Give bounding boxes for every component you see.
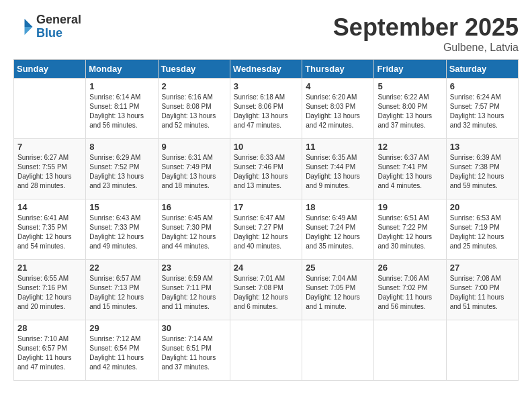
table-row: 17Sunrise: 6:47 AMSunset: 7:27 PMDayligh… (230, 199, 302, 260)
day-number: 18 (306, 202, 370, 212)
day-info: Sunrise: 6:57 AMSunset: 7:13 PMDaylight:… (89, 274, 154, 312)
day-number: 7 (17, 142, 82, 152)
calendar-body: 1Sunrise: 6:14 AMSunset: 8:11 PMDaylight… (14, 79, 519, 381)
table-row: 30Sunrise: 7:14 AMSunset: 6:51 PMDayligh… (158, 320, 230, 381)
day-info: Sunrise: 6:47 AMSunset: 7:27 PMDaylight:… (234, 214, 298, 251)
table-row: 25Sunrise: 7:04 AMSunset: 7:05 PMDayligh… (302, 260, 374, 320)
day-info: Sunrise: 6:22 AMSunset: 8:00 PMDaylight:… (378, 93, 442, 130)
day-number: 9 (162, 142, 226, 152)
logo: General Blue (13, 13, 81, 40)
logo-text: General Blue (36, 13, 81, 40)
day-number: 20 (450, 202, 515, 212)
table-row: 8Sunrise: 6:29 AMSunset: 7:52 PMDaylight… (86, 139, 158, 199)
day-number: 13 (450, 142, 515, 152)
day-number: 26 (378, 263, 442, 273)
day-number: 16 (162, 202, 226, 212)
day-number: 3 (234, 81, 298, 91)
day-info: Sunrise: 6:35 AMSunset: 7:44 PMDaylight:… (306, 153, 370, 191)
day-number: 2 (162, 81, 226, 91)
page-header: General Blue September 2025 Gulbene, Lat… (13, 13, 519, 54)
table-row: 5Sunrise: 6:22 AMSunset: 8:00 PMDaylight… (374, 79, 446, 139)
table-row: 23Sunrise: 6:59 AMSunset: 7:11 PMDayligh… (158, 260, 230, 320)
header-wednesday: Wednesday (230, 60, 302, 79)
day-number: 23 (162, 263, 226, 273)
table-row: 6Sunrise: 6:24 AMSunset: 7:57 PMDaylight… (446, 79, 518, 139)
day-info: Sunrise: 7:12 AMSunset: 6:54 PMDaylight:… (89, 334, 154, 372)
table-row: 22Sunrise: 6:57 AMSunset: 7:13 PMDayligh… (86, 260, 158, 320)
day-number: 11 (306, 142, 370, 152)
header-thursday: Thursday (302, 60, 374, 79)
table-row: 11Sunrise: 6:35 AMSunset: 7:44 PMDayligh… (302, 139, 374, 199)
day-info: Sunrise: 6:24 AMSunset: 7:57 PMDaylight:… (450, 93, 515, 130)
day-number: 25 (306, 263, 370, 273)
day-info: Sunrise: 6:41 AMSunset: 7:35 PMDaylight:… (17, 214, 82, 251)
day-number: 21 (17, 263, 82, 273)
table-row (374, 320, 446, 381)
table-row: 10Sunrise: 6:33 AMSunset: 7:46 PMDayligh… (230, 139, 302, 199)
table-row: 20Sunrise: 6:53 AMSunset: 7:19 PMDayligh… (446, 199, 518, 260)
table-row: 9Sunrise: 6:31 AMSunset: 7:49 PMDaylight… (158, 139, 230, 199)
header-saturday: Saturday (446, 60, 518, 79)
day-info: Sunrise: 7:08 AMSunset: 7:00 PMDaylight:… (450, 274, 515, 312)
svg-marker-0 (25, 19, 33, 27)
day-info: Sunrise: 7:06 AMSunset: 7:02 PMDaylight:… (378, 274, 442, 312)
calendar-header: Sunday Monday Tuesday Wednesday Thursday… (14, 60, 519, 79)
day-info: Sunrise: 6:49 AMSunset: 7:24 PMDaylight:… (306, 214, 370, 251)
title-block: September 2025 Gulbene, Latvia (333, 13, 519, 54)
table-row (14, 79, 86, 139)
day-info: Sunrise: 6:31 AMSunset: 7:49 PMDaylight:… (162, 153, 226, 191)
logo-blue: Blue (36, 27, 81, 40)
table-row: 12Sunrise: 6:37 AMSunset: 7:41 PMDayligh… (374, 139, 446, 199)
day-number: 10 (234, 142, 298, 152)
day-number: 5 (378, 81, 442, 91)
table-row (230, 320, 302, 381)
table-row: 18Sunrise: 6:49 AMSunset: 7:24 PMDayligh… (302, 199, 374, 260)
day-number: 28 (17, 323, 82, 333)
day-number: 27 (450, 263, 515, 273)
day-info: Sunrise: 7:04 AMSunset: 7:05 PMDaylight:… (306, 274, 370, 312)
day-info: Sunrise: 6:39 AMSunset: 7:38 PMDaylight:… (450, 153, 515, 191)
location: Gulbene, Latvia (333, 42, 519, 54)
day-number: 29 (89, 323, 154, 333)
day-number: 4 (306, 81, 370, 91)
logo-icon (13, 17, 34, 37)
day-info: Sunrise: 6:55 AMSunset: 7:16 PMDaylight:… (17, 274, 82, 312)
day-number: 12 (378, 142, 442, 152)
table-row: 2Sunrise: 6:16 AMSunset: 8:08 PMDaylight… (158, 79, 230, 139)
header-monday: Monday (86, 60, 158, 79)
day-number: 6 (450, 81, 515, 91)
table-row: 4Sunrise: 6:20 AMSunset: 8:03 PMDaylight… (302, 79, 374, 139)
logo-general: General (36, 13, 81, 27)
day-number: 15 (89, 202, 154, 212)
day-number: 17 (234, 202, 298, 212)
table-row: 16Sunrise: 6:45 AMSunset: 7:30 PMDayligh… (158, 199, 230, 260)
table-row: 29Sunrise: 7:12 AMSunset: 6:54 PMDayligh… (86, 320, 158, 381)
day-info: Sunrise: 6:51 AMSunset: 7:22 PMDaylight:… (378, 214, 442, 251)
day-info: Sunrise: 7:10 AMSunset: 6:57 PMDaylight:… (17, 334, 82, 372)
header-sunday: Sunday (14, 60, 86, 79)
month-title: September 2025 (333, 13, 519, 42)
day-info: Sunrise: 6:53 AMSunset: 7:19 PMDaylight:… (450, 214, 515, 251)
day-info: Sunrise: 6:18 AMSunset: 8:06 PMDaylight:… (234, 93, 298, 130)
table-row: 3Sunrise: 6:18 AMSunset: 8:06 PMDaylight… (230, 79, 302, 139)
table-row: 24Sunrise: 7:01 AMSunset: 7:08 PMDayligh… (230, 260, 302, 320)
day-number: 22 (89, 263, 154, 273)
table-row: 1Sunrise: 6:14 AMSunset: 8:11 PMDaylight… (86, 79, 158, 139)
day-info: Sunrise: 6:43 AMSunset: 7:33 PMDaylight:… (89, 214, 154, 251)
svg-marker-1 (25, 27, 33, 35)
table-row: 26Sunrise: 7:06 AMSunset: 7:02 PMDayligh… (374, 260, 446, 320)
day-info: Sunrise: 6:27 AMSunset: 7:55 PMDaylight:… (17, 153, 82, 191)
table-row: 28Sunrise: 7:10 AMSunset: 6:57 PMDayligh… (14, 320, 86, 381)
day-info: Sunrise: 6:16 AMSunset: 8:08 PMDaylight:… (162, 93, 226, 130)
day-number: 30 (162, 323, 226, 333)
header-tuesday: Tuesday (158, 60, 230, 79)
day-info: Sunrise: 6:14 AMSunset: 8:11 PMDaylight:… (89, 93, 154, 130)
table-row: 19Sunrise: 6:51 AMSunset: 7:22 PMDayligh… (374, 199, 446, 260)
calendar-table: Sunday Monday Tuesday Wednesday Thursday… (13, 59, 519, 381)
day-info: Sunrise: 7:14 AMSunset: 6:51 PMDaylight:… (162, 334, 226, 372)
day-info: Sunrise: 7:01 AMSunset: 7:08 PMDaylight:… (234, 274, 298, 312)
day-info: Sunrise: 6:20 AMSunset: 8:03 PMDaylight:… (306, 93, 370, 130)
day-number: 14 (17, 202, 82, 212)
day-number: 1 (89, 81, 154, 91)
day-number: 24 (234, 263, 298, 273)
